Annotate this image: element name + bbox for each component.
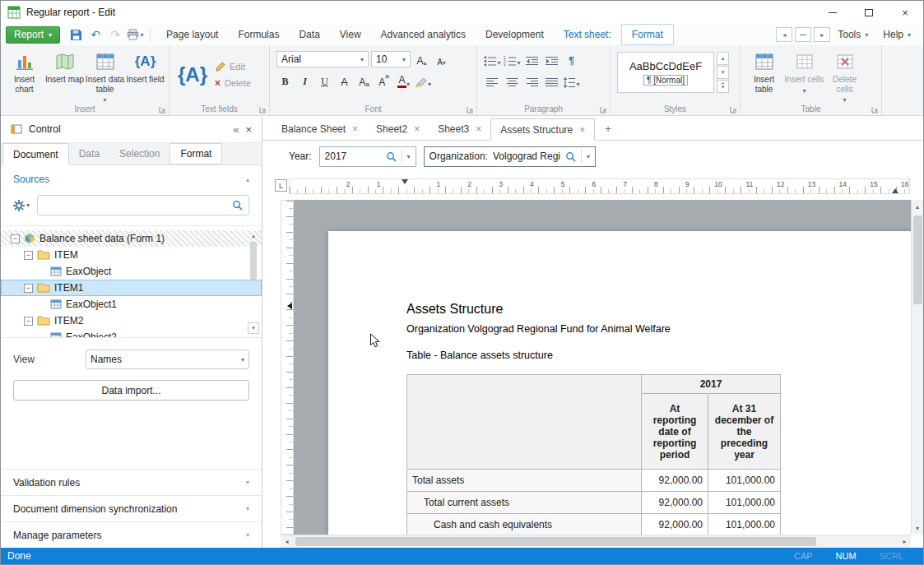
source-settings-button[interactable]: ▾ xyxy=(13,200,30,211)
bullet-list-button[interactable]: ▾ xyxy=(484,51,501,68)
strikethrough-button[interactable]: A xyxy=(336,72,353,90)
grow-font-button[interactable]: A▴ xyxy=(413,51,430,68)
report-title[interactable]: Assets Structure xyxy=(406,302,503,317)
redo-button[interactable]: ↷ xyxy=(106,25,124,44)
scrollbar-thumb[interactable] xyxy=(250,242,257,280)
style-gallery-more-button[interactable]: ▾ xyxy=(717,80,729,93)
delete-field-button[interactable]: × Delete xyxy=(215,77,251,89)
section-manage-parameters[interactable]: Manage parameters ▾ xyxy=(1,521,262,548)
tree-collapse-icon[interactable]: − xyxy=(24,284,33,293)
close-icon[interactable]: × xyxy=(352,123,358,135)
value-cell[interactable]: 101,000.00 xyxy=(708,514,781,535)
vertical-ruler[interactable] xyxy=(281,200,294,535)
tree-scrollbar[interactable]: ▴ ▾ xyxy=(248,230,259,334)
assets-table[interactable]: 2017 At reporting date of reporting peri… xyxy=(406,374,781,535)
panel-tab-format[interactable]: Format xyxy=(169,143,222,164)
tree-item[interactable]: EaxObject1 xyxy=(1,296,262,313)
dialog-launcher-icon[interactable] xyxy=(467,106,474,113)
align-center-button[interactable] xyxy=(504,72,521,90)
tools-menu[interactable]: Tools ▾ xyxy=(830,29,875,40)
panel-tab-document[interactable]: Document xyxy=(2,143,69,165)
table-caption[interactable]: Table - Balance assets structure xyxy=(406,350,553,361)
ribbon-scroll-right-button[interactable]: ▸ xyxy=(814,27,830,42)
font-name-select[interactable]: Arial ▾ xyxy=(276,51,369,67)
section-dimension-synchronization[interactable]: Document dimension synchronization ▾ xyxy=(1,495,262,521)
vertical-scrollbar[interactable]: ▴ ▾ xyxy=(911,200,923,535)
show-formatting-button[interactable]: ¶ xyxy=(563,51,580,68)
dialog-launcher-icon[interactable] xyxy=(600,106,607,113)
sheet-tab-sheet2[interactable]: Sheet2 × xyxy=(367,118,429,140)
horizontal-scrollbar[interactable]: ◂ ▸ xyxy=(281,535,911,548)
sheet-tab-assets-structure[interactable]: Assets Structure × xyxy=(490,118,595,141)
value-cell[interactable]: 92,000.00 xyxy=(642,514,708,535)
ribbon-tab-format[interactable]: Format xyxy=(621,24,674,45)
section-validation-rules[interactable]: Validation rules ▾ xyxy=(1,469,262,495)
add-sheet-button[interactable]: + xyxy=(595,118,621,140)
ribbon-tab-development[interactable]: Development xyxy=(476,24,554,45)
right-indent-marker[interactable] xyxy=(892,188,898,193)
tab-stop-selector[interactable]: L xyxy=(275,179,287,192)
tree-item[interactable]: − ITEM xyxy=(1,247,262,263)
ribbon-tab-text-sheet[interactable]: Text sheet: xyxy=(554,24,621,45)
font-size-select[interactable]: 10 ▾ xyxy=(371,51,411,67)
document-page[interactable]: Assets Structure Organization Volgograd … xyxy=(328,231,911,535)
scrollbar-thumb[interactable] xyxy=(913,215,922,304)
line-spacing-button[interactable]: ▾ xyxy=(563,72,580,90)
search-icon[interactable] xyxy=(232,200,243,211)
ribbon-collapse-button[interactable] xyxy=(795,27,811,42)
insert-map-button[interactable]: Insert map xyxy=(44,49,85,104)
help-menu[interactable]: Help ▾ xyxy=(875,29,918,40)
dialog-launcher-icon[interactable] xyxy=(159,106,166,113)
shrink-font-button[interactable]: A▾ xyxy=(433,51,450,68)
tree-item[interactable]: EaxObject xyxy=(1,263,262,280)
style-gallery-up-button[interactable]: ▴ xyxy=(717,52,729,65)
row-label-cell[interactable]: Cash and cash equivalents xyxy=(407,514,642,535)
insert-table-button[interactable]: Insert table xyxy=(744,49,784,104)
edit-field-button[interactable]: Edit xyxy=(215,62,251,72)
insert-cells-button[interactable]: Insert cells ▾ xyxy=(784,49,824,104)
dialog-launcher-icon[interactable] xyxy=(871,106,879,113)
underline-button[interactable]: U xyxy=(316,72,333,90)
scroll-up-icon[interactable]: ▴ xyxy=(912,200,924,213)
scroll-down-icon[interactable]: ▾ xyxy=(912,521,924,535)
decrease-indent-button[interactable] xyxy=(523,51,541,68)
ribbon-tab-page-layout[interactable]: Page layout xyxy=(156,24,228,45)
style-gallery-down-button[interactable]: ▾ xyxy=(717,66,729,79)
row-label-cell[interactable]: Total assets xyxy=(407,470,642,492)
year-header-cell[interactable]: 2017 xyxy=(642,375,781,394)
close-icon[interactable]: × xyxy=(414,123,420,135)
scrollbar-thumb[interactable] xyxy=(295,537,816,546)
data-import-button[interactable]: Data import... xyxy=(13,380,249,401)
close-panel-button[interactable]: × xyxy=(245,123,252,136)
undo-button[interactable]: ↶ xyxy=(86,25,104,44)
ribbon-tab-view[interactable]: View xyxy=(330,24,371,45)
save-button[interactable] xyxy=(67,25,85,44)
sheet-tab-sheet3[interactable]: Sheet3 × xyxy=(429,118,490,140)
view-select[interactable]: Names ▾ xyxy=(86,350,249,369)
column-header-cell[interactable]: At 31 december of the preceding year xyxy=(708,394,781,470)
bold-button[interactable]: B xyxy=(276,72,294,90)
ribbon-tab-formulas[interactable]: Formulas xyxy=(228,24,289,45)
tree-item-selected[interactable]: − ITEM1 xyxy=(1,280,262,296)
style-gallery[interactable]: AaBbCcDdEeF ¶ [Normal] xyxy=(617,52,714,93)
tree-item-root[interactable]: − Balance sheet data (Form 1) xyxy=(1,230,262,247)
close-button[interactable]: × xyxy=(887,1,923,24)
scroll-down-icon[interactable]: ▾ xyxy=(248,322,259,334)
panel-tab-selection[interactable]: Selection xyxy=(109,143,169,164)
dialog-launcher-icon[interactable] xyxy=(730,106,737,113)
tree-item[interactable]: − ITEM2 xyxy=(1,313,262,329)
dialog-launcher-icon[interactable] xyxy=(259,106,267,113)
align-right-button[interactable] xyxy=(523,72,541,90)
superscript-button[interactable]: Aa xyxy=(375,72,392,90)
sheet-tab-balance-sheet[interactable]: Balance Sheet × xyxy=(272,118,367,140)
numbered-list-button[interactable]: 123 ▾ xyxy=(504,51,521,68)
document-canvas[interactable]: Assets Structure Organization Volgograd … xyxy=(294,200,911,535)
close-icon[interactable]: × xyxy=(476,123,481,135)
ribbon-scroll-left-button[interactable]: ◂ xyxy=(776,27,792,42)
tree-item[interactable]: EaxObject2 xyxy=(1,329,262,338)
increase-indent-button[interactable] xyxy=(543,51,560,68)
value-cell[interactable]: 92,000.00 xyxy=(642,492,708,514)
font-color-button[interactable]: A ▾ xyxy=(395,72,412,90)
close-icon[interactable]: × xyxy=(579,124,585,136)
insert-data-table-button[interactable]: Insert data table ▾ xyxy=(85,49,125,104)
